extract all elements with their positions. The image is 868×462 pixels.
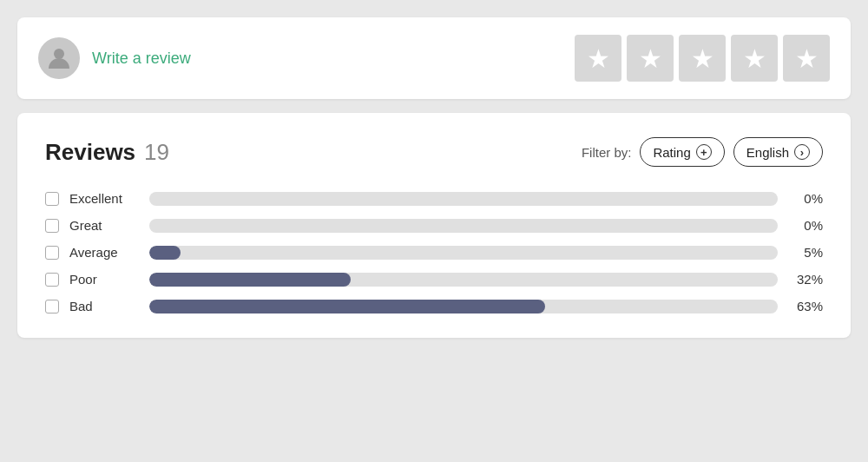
rating-label-0: Excellent	[69, 191, 139, 206]
reviews-card: Reviews 19 Filter by: Rating + English ›…	[17, 113, 851, 338]
bar-pct-1: 0%	[788, 218, 823, 233]
rating-btn-label: Rating	[653, 145, 690, 160]
star-rating-empty[interactable]: ★ ★ ★ ★ ★	[575, 35, 830, 82]
star-2[interactable]: ★	[627, 35, 674, 82]
avatar	[38, 37, 80, 79]
bar-track-4	[149, 300, 778, 314]
svg-point-0	[54, 49, 64, 59]
bar-track-0	[149, 192, 778, 206]
rating-row: Poor 32%	[45, 272, 823, 287]
bar-pct-2: 5%	[788, 245, 823, 260]
language-btn-icon: ›	[794, 144, 810, 160]
rating-label-4: Bad	[69, 299, 139, 314]
rating-row: Average 5%	[45, 245, 823, 260]
rating-checkbox-3[interactable]	[45, 273, 59, 287]
reviews-header: Reviews 19 Filter by: Rating + English ›	[45, 137, 823, 167]
filter-label: Filter by:	[582, 145, 632, 160]
rating-label-3: Poor	[69, 272, 139, 287]
bar-track-2	[149, 246, 778, 260]
rating-row: Great 0%	[45, 218, 823, 233]
language-filter-button[interactable]: English ›	[733, 137, 823, 167]
write-review-link[interactable]: Write a review	[92, 50, 191, 68]
rating-row: Bad 63%	[45, 299, 823, 314]
bar-fill-3	[149, 273, 351, 287]
star-1[interactable]: ★	[575, 35, 621, 82]
language-btn-label: English	[746, 145, 789, 160]
write-review-card: Write a review ★ ★ ★ ★ ★	[17, 17, 851, 99]
bar-fill-2	[149, 246, 181, 260]
bar-pct-3: 32%	[788, 272, 823, 287]
bar-track-3	[149, 273, 778, 287]
rating-checkbox-1[interactable]	[45, 219, 59, 233]
rating-checkbox-2[interactable]	[45, 246, 59, 260]
reviews-title: Reviews	[45, 139, 135, 166]
rating-checkbox-4[interactable]	[45, 300, 59, 314]
rating-btn-icon: +	[696, 144, 712, 160]
rating-filter-button[interactable]: Rating +	[640, 137, 724, 167]
rating-row: Excellent 0%	[45, 191, 823, 206]
rating-label-2: Average	[69, 245, 139, 260]
filter-group: Filter by: Rating + English ›	[582, 137, 823, 167]
reviews-title-group: Reviews 19	[45, 139, 169, 166]
bar-pct-4: 63%	[788, 299, 823, 314]
star-4[interactable]: ★	[731, 35, 778, 82]
bar-track-1	[149, 219, 778, 233]
bar-pct-0: 0%	[788, 191, 823, 206]
star-5[interactable]: ★	[783, 35, 830, 82]
rating-checkbox-0[interactable]	[45, 192, 59, 206]
reviews-count: 19	[144, 139, 169, 166]
rating-rows: Excellent 0% Great 0% Average 5% Poor	[45, 191, 823, 314]
write-review-left: Write a review	[38, 37, 191, 79]
bar-fill-4	[149, 300, 545, 314]
star-3[interactable]: ★	[679, 35, 726, 82]
rating-label-1: Great	[69, 218, 139, 233]
